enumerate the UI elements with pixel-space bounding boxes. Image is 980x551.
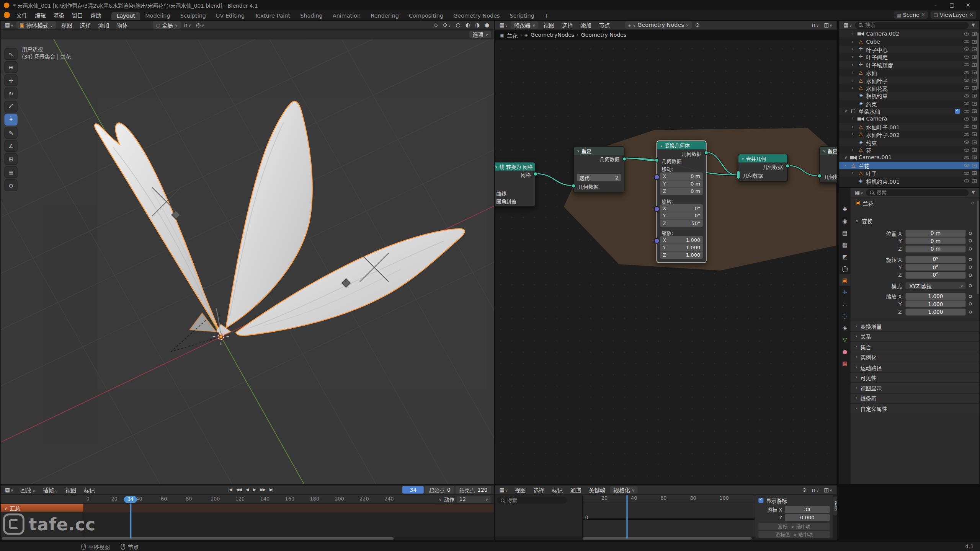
cursor-x-field[interactable]: 34 — [785, 506, 830, 513]
disable-render-icon[interactable] — [972, 171, 977, 175]
playback-button[interactable]: ▶ — [251, 487, 258, 492]
expand-caret-icon[interactable]: › — [852, 147, 858, 152]
hide-eye-icon[interactable] — [964, 63, 969, 66]
filter-icon[interactable]: ▼ — [970, 190, 977, 195]
expand-caret-icon[interactable]: › — [852, 70, 858, 75]
disable-render-icon[interactable] — [972, 117, 977, 121]
property-value-field[interactable]: 0° — [905, 256, 965, 263]
menu-item[interactable]: 视图 — [540, 21, 558, 29]
expand-caret-icon[interactable]: › — [844, 163, 850, 168]
playhead-line[interactable] — [130, 504, 131, 538]
search-input[interactable] — [865, 22, 965, 28]
node-value-row[interactable]: 缩放: — [657, 228, 706, 236]
workspace-tab[interactable]: Rendering — [366, 12, 404, 20]
editor-type-button[interactable]: ▦∨ — [3, 487, 15, 493]
expand-caret-icon[interactable]: › — [852, 62, 858, 67]
playhead-line[interactable] — [626, 495, 627, 538]
node-value-row[interactable]: Z1.000 — [660, 251, 703, 259]
channel-search[interactable] — [497, 497, 567, 504]
properties-tab[interactable]: ▦ — [839, 239, 850, 251]
object-name[interactable]: 叶子 — [866, 170, 962, 177]
breadcrumb-item[interactable]: GeometryNodes — [531, 32, 574, 38]
hide-eye-icon[interactable] — [964, 117, 969, 121]
disable-render-icon[interactable] — [972, 55, 977, 59]
properties-tab[interactable]: ✛ — [839, 286, 850, 298]
options-button[interactable]: 选项∨ — [469, 31, 491, 38]
object-name[interactable]: Camera.002 — [866, 31, 962, 37]
xray-toggle-icon[interactable]: ◇ — [432, 22, 440, 28]
menu-item[interactable]: 关键帧 — [585, 486, 609, 494]
outliner-row[interactable]: ∨ Camera.001 — [839, 154, 979, 161]
outliner-row[interactable]: › 叶子间距 — [839, 53, 979, 61]
tool-button[interactable]: ✛ — [4, 74, 17, 86]
frame-start-field[interactable]: 起始点0 — [425, 486, 454, 494]
search-input[interactable] — [507, 497, 563, 503]
minimize-button[interactable]: – — [928, 2, 944, 8]
tool-button[interactable]: ⊕ — [4, 61, 17, 73]
overlays-toggle-icon[interactable]: ◫∨ — [822, 22, 834, 28]
output-socket[interactable] — [704, 150, 708, 155]
menu-item[interactable]: 视图 — [57, 21, 76, 29]
menu-item[interactable]: 插帧 — [39, 486, 62, 494]
disable-render-icon[interactable] — [972, 109, 977, 113]
node-value-row[interactable]: Y0 m — [660, 180, 703, 187]
properties-tab[interactable]: ◯ — [839, 262, 850, 274]
pin-icon[interactable]: ⊙ — [693, 22, 701, 28]
hide-eye-icon[interactable] — [964, 179, 969, 183]
collapsed-panel-section[interactable]: › 可见性 — [851, 372, 980, 382]
node-value-row[interactable]: Z0 m — [660, 187, 703, 195]
expand-caret-icon[interactable]: › — [852, 86, 858, 91]
playback-button[interactable]: ▶▶ — [258, 487, 267, 492]
node-curve-to-mesh[interactable]: ∨线 转换为 网格 网格 曲线 圆角封盖 — [494, 162, 536, 207]
outliner-row[interactable]: › Camera — [839, 115, 979, 123]
animate-decorator-icon[interactable] — [969, 239, 972, 242]
outliner-row[interactable]: 约束 — [839, 139, 979, 146]
search-input[interactable] — [876, 189, 965, 196]
object-name[interactable]: 水仙叶子.001 — [866, 123, 962, 130]
object-name[interactable]: Camera.001 — [859, 155, 962, 161]
node-value-row[interactable]: Z50° — [660, 219, 703, 227]
outliner-row[interactable]: › 叶子 — [839, 169, 979, 177]
collapsed-panel-section[interactable]: › 视图显示 — [851, 382, 980, 393]
collapsed-panel-section[interactable]: › 实例化 — [851, 351, 980, 362]
outliner-row[interactable]: 相机约束 — [839, 92, 979, 99]
outliner-row[interactable]: › 花 — [839, 146, 979, 154]
menu-item[interactable]: 选择 — [529, 486, 548, 494]
input-socket[interactable] — [655, 158, 659, 162]
proportional-edit-icon[interactable]: ◎∨ — [194, 22, 206, 28]
timeline-ruler[interactable]: 020406080100120140160180200220240 34 ∨ 动… — [1, 495, 494, 504]
expand-caret-icon[interactable]: › — [852, 55, 858, 60]
properties-tab[interactable]: ◌ — [839, 310, 850, 322]
tool-button[interactable]: ⊞ — [4, 153, 17, 165]
properties-tab[interactable]: ◈ — [839, 322, 850, 334]
workspace-tab[interactable]: Animation — [328, 12, 366, 20]
expand-caret-icon[interactable]: › — [852, 124, 858, 129]
summary-channel[interactable]: ∨ 汇总 — [1, 504, 83, 512]
collapsed-panel-section[interactable]: › 线条画 — [851, 393, 980, 403]
unlink-nodetree-icon[interactable]: ✕ — [686, 23, 689, 27]
properties-tab[interactable]: ✚ — [839, 203, 850, 215]
hide-eye-icon[interactable] — [964, 125, 969, 128]
animate-decorator-icon[interactable] — [969, 258, 972, 261]
transform-orientation-selector[interactable]: ◯ 全局∨ — [153, 21, 181, 29]
editor-type-button[interactable]: ▦∨ — [3, 22, 15, 28]
transform-panel-header[interactable]: ∨ 变换 — [851, 217, 980, 226]
collapsed-panel-section[interactable]: › 运动路径 — [851, 362, 980, 372]
menu-item[interactable]: 窗口 — [68, 11, 87, 19]
outliner-row[interactable]: › 水仙叶子.001 — [839, 123, 979, 130]
disable-render-icon[interactable] — [972, 78, 977, 82]
workspace-tab[interactable]: Scripting — [505, 12, 539, 20]
editor-type-button[interactable]: ▦∨ — [853, 189, 865, 196]
disable-render-icon[interactable] — [972, 86, 977, 90]
node-join-geometry[interactable]: ∨合并几何 几何数据 几何数据 — [738, 154, 788, 182]
outliner-row[interactable]: › 水仙叶子 — [839, 77, 979, 84]
property-value-field[interactable]: XYZ 欧拉 — [905, 282, 965, 289]
workspace-tab[interactable]: Layout — [111, 12, 140, 20]
hide-eye-icon[interactable] — [964, 110, 969, 113]
maximize-button[interactable]: ▢ — [944, 2, 960, 8]
object-name[interactable]: 花 — [866, 146, 962, 154]
expand-caret-icon[interactable]: ∨ — [844, 155, 850, 160]
object-name[interactable]: Cube — [866, 39, 962, 45]
properties-tab[interactable]: ▤ — [839, 227, 850, 239]
object-name[interactable]: 单朵水仙 — [859, 108, 955, 115]
